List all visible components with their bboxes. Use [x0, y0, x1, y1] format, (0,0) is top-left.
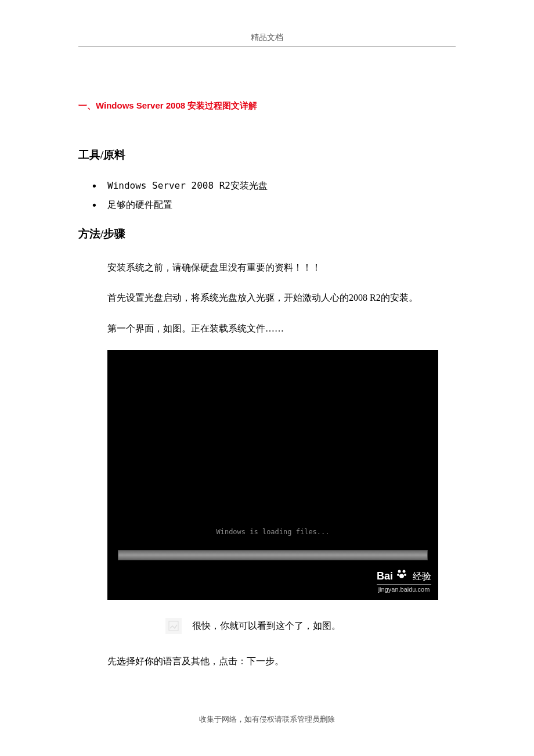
paragraph: 很快，你就可以看到这个了，如图。: [192, 617, 341, 635]
tools-list: Windows Server 2008 R2安装光盘 足够的硬件配置: [78, 180, 456, 211]
installation-screenshot: Windows is loading files... Bai 经验 jingy…: [107, 350, 438, 600]
page-footer: 收集于网络，如有侵权请联系管理员删除: [0, 714, 534, 725]
svg-point-3: [404, 574, 406, 576]
watermark-url: jingyan.baidu.com: [377, 584, 431, 593]
progress-bar: [118, 550, 428, 560]
list-item: Windows Server 2008 R2安装光盘: [107, 180, 456, 192]
title-prefix: 一、: [78, 100, 96, 110]
svg-point-4: [399, 574, 404, 578]
loading-text: Windows is loading files...: [107, 528, 438, 536]
svg-point-0: [398, 570, 400, 573]
paragraph: 第一个界面，如图。正在装载系统文件……: [107, 320, 456, 337]
svg-point-1: [402, 570, 405, 573]
paragraph: 安装系统之前，请确保硬盘里没有重要的资料！！！: [107, 259, 456, 276]
paragraph: 首先设置光盘启动，将系统光盘放入光驱，开始激动人心的2008 R2的安装。: [107, 289, 456, 307]
watermark: Bai 经验 jingyan.baidu.com: [377, 568, 431, 593]
steps-content: 安装系统之前，请确保硬盘里没有重要的资料！！！ 首先设置光盘启动，将系统光盘放入…: [78, 259, 456, 337]
paragraph: 先选择好你的语言及其他，点击：下一步。: [107, 653, 456, 670]
svg-rect-5: [169, 621, 178, 631]
page-header: 精品文档: [78, 33, 456, 47]
section-steps-heading: 方法/步骤: [78, 226, 456, 242]
title-text: Windows Server 2008 安装过程图文详解: [96, 100, 257, 110]
placeholder-icon: [165, 618, 182, 634]
step-2-intro: 很快，你就可以看到这个了，如图。: [165, 617, 456, 635]
watermark-logo-text: Bai: [377, 570, 393, 582]
document-title: 一、Windows Server 2008 安装过程图文详解: [78, 100, 456, 111]
step-2-content: 先选择好你的语言及其他，点击：下一步。: [78, 653, 456, 670]
paw-icon: [393, 570, 410, 582]
watermark-cn-text: 经验: [413, 571, 431, 581]
section-tools-heading: 工具/原料: [78, 147, 456, 163]
svg-point-2: [397, 574, 399, 576]
list-item: 足够的硬件配置: [107, 199, 456, 211]
